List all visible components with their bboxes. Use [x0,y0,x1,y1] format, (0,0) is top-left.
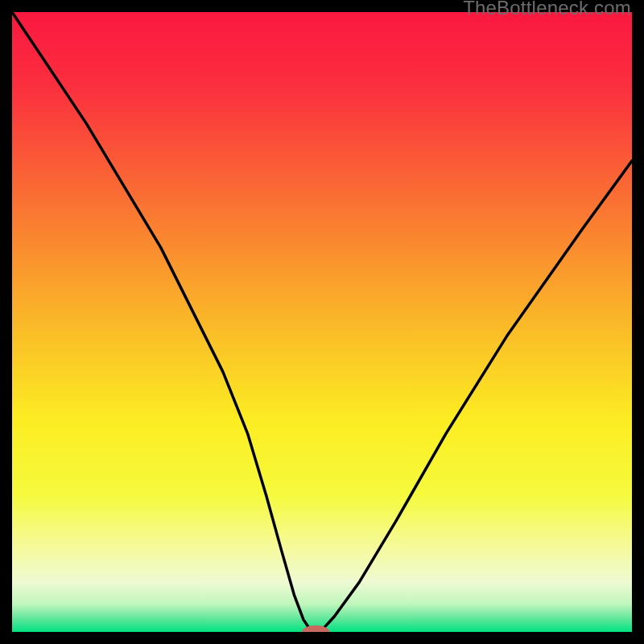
chart-frame: TheBottleneck.com [0,0,644,644]
plot-background [12,12,632,632]
plot-area [12,12,632,632]
plot-svg [12,12,632,632]
